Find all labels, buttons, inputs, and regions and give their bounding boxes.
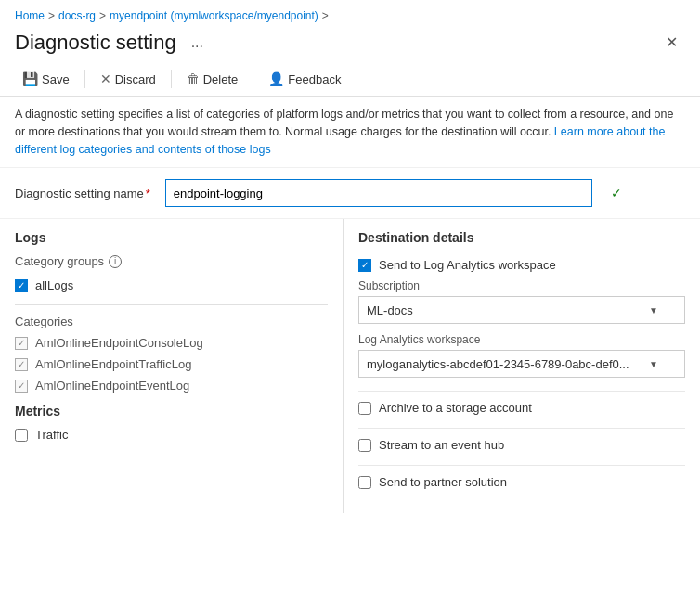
storage-checkbox[interactable] — [358, 402, 371, 415]
workspace-select-wrapper: myloganalytics-abcdef01-2345-6789-0abc-d… — [358, 350, 685, 378]
category-checkbox-3[interactable] — [15, 380, 28, 393]
dest-divider-2 — [358, 428, 685, 429]
category-item-3: AmlOnlineEndpointEventLog — [15, 379, 328, 393]
alllogs-label[interactable]: allLogs — [35, 278, 73, 292]
traffic-label[interactable]: Traffic — [35, 428, 68, 442]
subscription-label: Subscription — [358, 279, 685, 292]
main-content: Logs Category groups i allLogs Categorie… — [0, 219, 700, 513]
breadcrumb-home[interactable]: Home — [15, 9, 45, 22]
divider-1 — [15, 304, 328, 305]
destination-title: Destination details — [358, 230, 685, 245]
partner-option: Send to partner solution — [358, 475, 685, 489]
feedback-button[interactable]: 👤 Feedback — [261, 68, 348, 90]
category-label-2: AmlOnlineEndpointTrafficLog — [35, 357, 191, 371]
event-hub-option: Stream to an event hub — [358, 438, 685, 452]
workspace-dropdown[interactable]: myloganalytics-abcdef01-2345-6789-0abc-d… — [358, 350, 685, 378]
event-hub-label: Stream to an event hub — [379, 438, 504, 452]
category-item-2: AmlOnlineEndpointTrafficLog — [15, 357, 328, 371]
category-item-1: AmlOnlineEndpointConsoleLog — [15, 336, 328, 350]
partner-checkbox[interactable] — [358, 476, 371, 489]
setting-name-label: Diagnostic setting name* — [15, 187, 150, 200]
dest-divider-3 — [358, 465, 685, 466]
save-button[interactable]: 💾 Save — [15, 68, 77, 90]
info-banner: A diagnostic setting specifies a list of… — [0, 97, 700, 168]
toolbar-divider-3 — [253, 70, 253, 88]
dropdown-arrow-icon: ▼ — [649, 305, 658, 315]
breadcrumb: Home > docs-rg > myendpoint (mymlworkspa… — [0, 0, 700, 26]
logs-section-title: Logs — [15, 230, 328, 245]
alllogs-checkbox[interactable] — [15, 279, 28, 292]
subscription-dropdown[interactable]: ML-docs ▼ — [358, 296, 685, 324]
category-checkbox-1[interactable] — [15, 337, 28, 350]
storage-label: Archive to a storage account — [379, 401, 532, 415]
event-hub-checkbox[interactable] — [358, 439, 371, 452]
metrics-title: Metrics — [15, 404, 328, 418]
category-label-3: AmlOnlineEndpointEventLog — [35, 379, 189, 393]
delete-icon: 🗑 — [187, 71, 200, 86]
page-header: Diagnostic setting ... ✕ — [0, 26, 700, 62]
storage-option: Archive to a storage account — [358, 401, 685, 415]
info-icon[interactable]: i — [109, 255, 122, 268]
right-panel: Destination details Send to Log Analytic… — [344, 219, 700, 513]
page-title: Diagnostic setting — [15, 31, 176, 55]
breadcrumb-rg[interactable]: docs-rg — [58, 9, 96, 22]
discard-button[interactable]: ✕ Discard — [93, 68, 163, 90]
toolbar: 💾 Save ✕ Discard 🗑 Delete 👤 Feedback — [0, 62, 700, 97]
subscription-select-wrapper: ML-docs ▼ — [358, 296, 685, 324]
feedback-icon: 👤 — [268, 71, 284, 86]
partner-label: Send to partner solution — [379, 475, 507, 489]
log-analytics-sub: Subscription ML-docs ▼ Log Analytics wor… — [358, 279, 685, 378]
more-options-button[interactable]: ... — [186, 31, 209, 55]
workspace-label: Log Analytics workspace — [358, 333, 685, 346]
left-panel: Logs Category groups i allLogs Categorie… — [0, 219, 344, 513]
close-button[interactable]: ✕ — [658, 30, 685, 55]
category-groups-header: Category groups i — [15, 254, 328, 268]
workspace-dropdown-arrow-icon: ▼ — [649, 359, 658, 369]
dest-divider-1 — [358, 391, 685, 392]
setting-name-input[interactable] — [165, 179, 592, 207]
category-label-1: AmlOnlineEndpointConsoleLog — [35, 336, 203, 350]
alllogs-checkbox-row: allLogs — [15, 276, 328, 295]
save-icon: 💾 — [22, 71, 38, 86]
input-valid-icon: ✓ — [611, 186, 622, 200]
category-checkbox-2[interactable] — [15, 358, 28, 371]
categories-label: Categories — [15, 315, 328, 328]
metrics-section: Metrics Traffic — [15, 404, 328, 442]
delete-button[interactable]: 🗑 Delete — [179, 68, 246, 90]
setting-name-row: Diagnostic setting name* ✓ — [0, 168, 700, 219]
log-analytics-checkbox[interactable] — [358, 259, 371, 272]
traffic-checkbox[interactable] — [15, 429, 28, 442]
toolbar-divider — [84, 70, 85, 88]
breadcrumb-endpoint[interactable]: myendpoint (mymlworkspace/myendpoint) — [110, 9, 318, 22]
toolbar-divider-2 — [171, 70, 172, 88]
log-analytics-label: Send to Log Analytics workspace — [379, 258, 556, 272]
traffic-checkbox-row: Traffic — [15, 428, 328, 442]
log-analytics-option: Send to Log Analytics workspace Subscrip… — [358, 258, 685, 378]
discard-icon: ✕ — [100, 71, 111, 86]
